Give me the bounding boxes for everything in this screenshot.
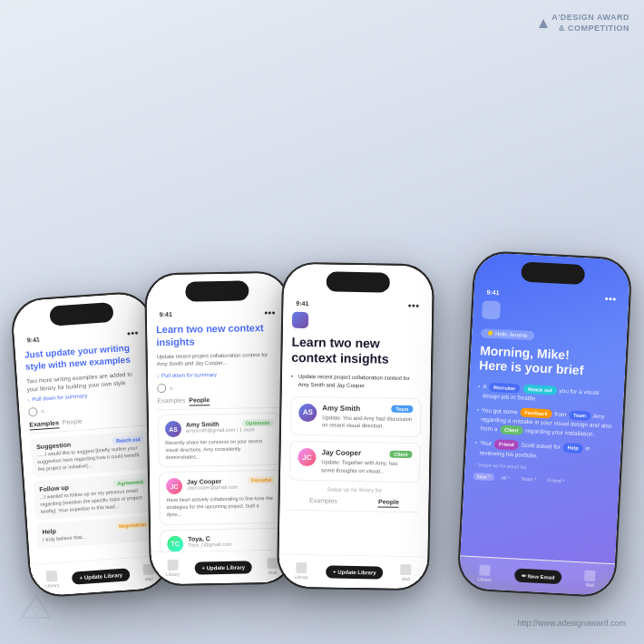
brief-item-2: • You got some Feedback from Team Amy re… (475, 405, 613, 440)
phone-4: 9:41 ●●● Hello Jerome Morning, Mike! Her… (456, 250, 632, 599)
contact-jay-p3: JC Jay Cooper Client Update: Together wi… (289, 441, 421, 483)
tab-team-p4[interactable]: Team * (517, 475, 541, 483)
hello-badge: Hello Jerome (481, 328, 535, 340)
website-url: http://www.adesignaward.com (517, 619, 626, 628)
swipe-email-hint: ↑ Swipe up for email list (473, 462, 610, 474)
avatar-jay-p3: JC (298, 448, 316, 466)
brief-item-3: • Your Friend Scott asked for Help in re… (474, 438, 612, 463)
svg-marker-0 (539, 19, 548, 28)
bottom-nav-p3: Library + Update Library Mail (278, 554, 428, 590)
tab-new-p4[interactable]: New * (473, 473, 494, 481)
p4-greeting: Morning, Mike! Here is your brief (479, 343, 618, 380)
bottom-nav-p4: Library ✏ New Email Mail (458, 555, 615, 596)
notch-3 (327, 271, 390, 292)
contact-amy-p2: AS Amy Smith Optimistic amysmith@gmail.c… (158, 413, 282, 467)
library-icon-p4 (479, 564, 491, 576)
tab-examples-p1[interactable]: Examples (29, 420, 59, 431)
update-library-btn-p3[interactable]: + Update Library (326, 565, 384, 579)
svg-marker-1 (23, 595, 50, 618)
tab-all-p4[interactable]: All * (497, 474, 513, 483)
update-library-btn-p2[interactable]: + Update Library (194, 561, 252, 574)
tab-people-p1[interactable]: People (63, 418, 83, 428)
p3-title: Learn two new context insights (291, 335, 423, 367)
contact-jay-p2: JC Jay Cooper Forceful Jaycooper@gmail.c… (159, 470, 283, 524)
app-icon-p3 (292, 312, 308, 328)
mail-icon-p2 (267, 558, 278, 569)
brief-item-1: • A Recruiter Reach out you for a visual… (477, 382, 615, 407)
phone-2: 9:41 ●●● Learn two new context insights … (144, 271, 295, 587)
update-library-btn-p1[interactable]: + Update Library (72, 568, 130, 584)
tab-examples-p2[interactable]: Examples (157, 397, 185, 407)
notch-4 (521, 261, 585, 285)
card-followup: Follow up Agreement ...I wanted to follo… (34, 473, 155, 521)
library-icon-p2 (167, 560, 178, 571)
swipe-library-p3: Swipe up for library list (289, 486, 420, 494)
p3-bullet: Update recent project collaboration cont… (291, 372, 422, 391)
contact-amy-p3: AS Amy Smith Team Update: You and Amy ha… (290, 395, 422, 437)
search-icon[interactable] (28, 407, 38, 417)
avatar-amy-p2: AS (165, 421, 181, 437)
tab-people-p3[interactable]: People (378, 499, 399, 508)
new-email-btn[interactable]: ✏ New Email (514, 568, 562, 584)
tab-people-p2[interactable]: People (189, 397, 210, 406)
mail-icon-p4 (584, 571, 596, 582)
avatar-amy-p3: AS (298, 403, 317, 421)
p2-desc: Update recent project collaboration cont… (157, 350, 280, 367)
app-icon-p4 (482, 300, 501, 319)
bottom-nav-p2: Library + Update Library Mail (151, 550, 293, 585)
p1-title: Just update your writing style with new … (24, 341, 143, 373)
tab-examples-p3[interactable]: Examples (309, 497, 337, 507)
notch-2 (185, 280, 249, 301)
library-icon-p1 (46, 571, 58, 582)
avatar-toya-p2: TC (167, 535, 183, 551)
p2-title: Learn two new context insights (156, 321, 279, 349)
card-help: Help Negotiation I truly believe that... (36, 516, 157, 550)
adesign-logo: A'DESIGN AWARD & COMPETITION (539, 13, 629, 35)
tab-row-p2: Examples People (157, 395, 280, 410)
library-icon-p3 (296, 562, 307, 573)
mail-icon-p3 (401, 564, 412, 575)
avatar-jay-p2: JC (166, 478, 182, 494)
card-suggestion: Suggestion Reach out ......I would like … (30, 431, 151, 478)
phone-3: 9:41 ●●● Learn two new context insights … (277, 262, 434, 591)
tab-friend-p4[interactable]: Friend * (543, 476, 569, 484)
search-icon-p2[interactable] (157, 384, 166, 393)
